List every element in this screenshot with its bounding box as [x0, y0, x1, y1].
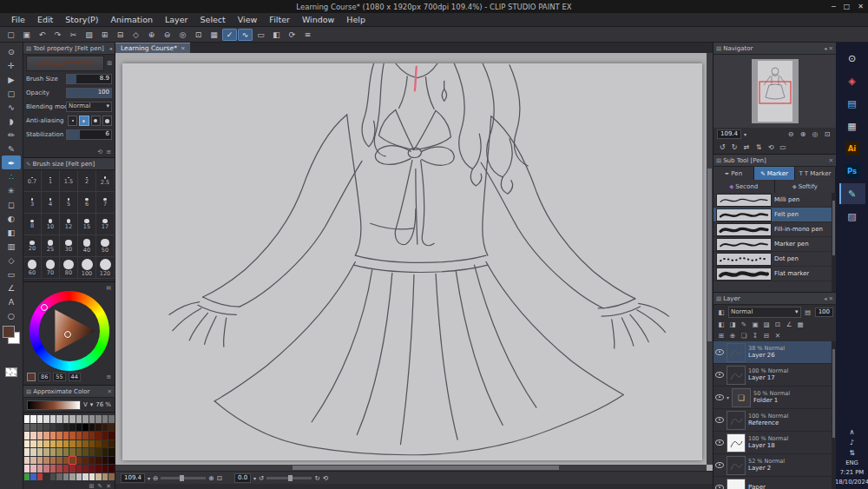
layer-visible-icon[interactable]	[715, 462, 724, 468]
transparent-color-chip[interactable]	[5, 367, 17, 377]
transfer-down-icon[interactable]: ↧	[750, 332, 760, 340]
lock-layer-icon[interactable]: ▣	[750, 320, 760, 328]
color-swatch[interactable]	[43, 473, 49, 481]
panel-collapse-icon[interactable]: ◂	[824, 295, 826, 302]
folder-expand-icon[interactable]: ▾	[727, 394, 729, 400]
sub-tool-item-marker-pen[interactable]: Marker pen	[713, 237, 836, 252]
color-swatch[interactable]	[56, 448, 62, 456]
new-vector-layer-icon[interactable]: ⊕	[727, 332, 738, 340]
color-swatch[interactable]	[82, 465, 89, 472]
panel-menu-icon[interactable]: ▤	[716, 45, 721, 52]
lasso-tool[interactable]: ∿	[2, 100, 21, 114]
color-swatch[interactable]	[102, 424, 108, 432]
color-swatch[interactable]	[30, 465, 36, 472]
reset-rotation-icon[interactable]: ⟲	[323, 474, 328, 482]
color-swatch[interactable]	[95, 465, 102, 472]
color-swatch[interactable]	[89, 440, 95, 448]
color-swatch[interactable]	[43, 448, 49, 456]
color-swatch[interactable]	[69, 465, 76, 472]
color-swatch[interactable]	[56, 457, 62, 465]
brush-size-6[interactable]: 6	[78, 192, 96, 214]
color-swatch[interactable]	[43, 440, 49, 448]
color-swatch[interactable]	[30, 448, 36, 456]
color-swatch[interactable]	[76, 440, 82, 448]
color-swatch[interactable]	[50, 457, 56, 465]
anti-aliasing-weak-button[interactable]	[79, 116, 89, 126]
anti-aliasing-middle-button[interactable]	[91, 116, 101, 126]
zoom-slider[interactable]	[161, 477, 206, 479]
color-swatch[interactable]	[102, 415, 108, 423]
color-swatch[interactable]	[76, 448, 82, 456]
color-swatch[interactable]	[89, 457, 95, 465]
taskbar-photoshop[interactable]: Ps	[839, 161, 865, 182]
brush-stroke-preview[interactable]	[26, 56, 104, 71]
clipping-icon[interactable]: ◧	[716, 320, 727, 328]
color-chips[interactable]	[3, 326, 20, 345]
color-swatch[interactable]	[43, 432, 49, 439]
brush-size-17[interactable]: 17	[96, 214, 115, 235]
navigator-zoom-in-icon[interactable]: ⊕	[798, 130, 808, 138]
color-settings-icon[interactable]: ≡	[106, 373, 111, 380]
zoom-tool[interactable]: ⊙	[2, 44, 21, 58]
layer-row-layer-26[interactable]: 38 % NormalLayer 26	[713, 341, 836, 364]
menu-layer[interactable]: Layer	[159, 15, 194, 24]
vertical-scrollbar[interactable]	[707, 53, 713, 465]
color-swatch[interactable]	[43, 465, 49, 472]
layer-mask-icon[interactable]: ◨	[727, 320, 738, 328]
subtool-tab-softify[interactable]: ◆Softify	[775, 180, 837, 193]
color-swatch[interactable]	[108, 424, 115, 432]
color-swatch[interactable]	[63, 465, 69, 472]
layer-opacity-value[interactable]: 100	[815, 307, 833, 317]
color-swatch[interactable]	[56, 440, 62, 448]
color-swatch[interactable]	[50, 415, 56, 423]
brush-size-7[interactable]: 7	[96, 192, 115, 214]
color-swatch[interactable]	[30, 424, 36, 432]
edit-swatch-icon[interactable]: ✎	[97, 483, 102, 489]
subtool-tab-pen[interactable]: ✒Pen	[713, 167, 754, 180]
taskbar-security[interactable]: ◈	[839, 70, 865, 91]
color-swatch[interactable]	[43, 415, 49, 423]
brush-size-25[interactable]: 25	[42, 235, 60, 257]
horizontal-scrollbar[interactable]	[115, 465, 707, 471]
menu-file[interactable]: File	[5, 15, 31, 24]
color-swatch[interactable]	[82, 440, 89, 448]
layer-visible-icon[interactable]	[715, 439, 724, 446]
color-swatch[interactable]	[95, 424, 102, 432]
panel-close-icon[interactable]: ✕	[108, 388, 112, 395]
layer-scrollbar[interactable]	[832, 341, 836, 489]
color-swatch[interactable]	[102, 465, 108, 472]
toolbar-undo[interactable]: ↶	[35, 29, 49, 41]
color-swatch[interactable]	[24, 473, 30, 481]
color-swatch[interactable]	[76, 457, 82, 465]
navigator-reset-display-icon[interactable]: ▭	[778, 143, 788, 151]
draft-layer-icon[interactable]: ✎	[739, 320, 749, 328]
layer-blend-dropdown[interactable]: Normal ▾	[728, 307, 801, 318]
menu-window[interactable]: Window	[296, 15, 340, 24]
color-swatch[interactable]	[69, 457, 76, 465]
color-swatch[interactable]	[24, 448, 30, 456]
color-swatch[interactable]	[30, 457, 36, 465]
layer-row-folder-1[interactable]: ▾❏50 % NormalFolder 1	[713, 387, 836, 409]
toolbar-snap-to-special-ruler[interactable]: ∿	[238, 29, 253, 41]
register-sub-tool-icon[interactable]: ⊞	[107, 60, 112, 67]
operation-tool[interactable]: ▶	[2, 72, 21, 86]
ruler-tool[interactable]: ∠	[2, 281, 21, 294]
toolbar-rotate-canvas[interactable]: ⟳	[285, 29, 299, 41]
brush-size-1.5[interactable]: 1.5	[60, 170, 78, 192]
brush-size-10[interactable]: 10	[42, 214, 60, 235]
toolbar-paste[interactable]: ⊞	[97, 29, 112, 41]
balloon-tool[interactable]: ○	[2, 308, 21, 322]
color-swatch[interactable]	[82, 457, 89, 465]
color-swatch[interactable]	[102, 432, 108, 439]
color-swatch[interactable]	[30, 415, 36, 423]
navigator-zoom-out-icon[interactable]: ⊖	[786, 130, 796, 138]
color-swatch[interactable]	[76, 432, 82, 439]
canvas-viewport[interactable]	[115, 53, 713, 471]
rotation-value[interactable]: 0.0	[234, 473, 251, 483]
color-swatch[interactable]	[76, 424, 82, 432]
move-tool[interactable]: ✛	[2, 58, 21, 72]
color-swatch[interactable]	[76, 473, 82, 481]
brush-size-80[interactable]: 80	[60, 257, 78, 279]
text-tool[interactable]: A	[2, 294, 21, 308]
color-swatch[interactable]	[102, 473, 108, 481]
